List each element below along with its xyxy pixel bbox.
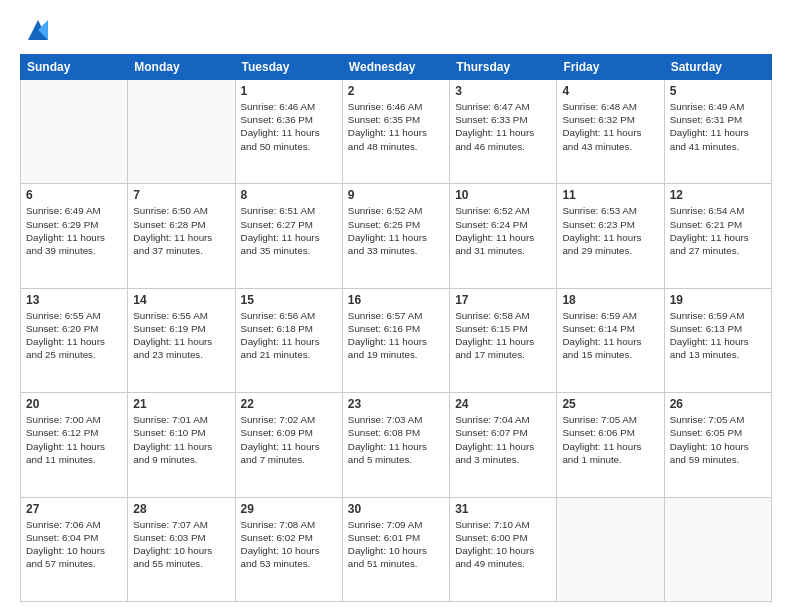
day-number: 20 (26, 397, 122, 411)
calendar-cell: 3Sunrise: 6:47 AMSunset: 6:33 PMDaylight… (450, 80, 557, 184)
day-number: 24 (455, 397, 551, 411)
day-number: 23 (348, 397, 444, 411)
day-info: Sunrise: 7:02 AMSunset: 6:09 PMDaylight:… (241, 413, 337, 466)
calendar-cell: 20Sunrise: 7:00 AMSunset: 6:12 PMDayligh… (21, 393, 128, 497)
calendar-cell: 11Sunrise: 6:53 AMSunset: 6:23 PMDayligh… (557, 184, 664, 288)
day-number: 31 (455, 502, 551, 516)
calendar-cell: 9Sunrise: 6:52 AMSunset: 6:25 PMDaylight… (342, 184, 449, 288)
calendar-cell: 16Sunrise: 6:57 AMSunset: 6:16 PMDayligh… (342, 288, 449, 392)
calendar-cell: 23Sunrise: 7:03 AMSunset: 6:08 PMDayligh… (342, 393, 449, 497)
day-info: Sunrise: 6:53 AMSunset: 6:23 PMDaylight:… (562, 204, 658, 257)
day-info: Sunrise: 6:49 AMSunset: 6:29 PMDaylight:… (26, 204, 122, 257)
day-number: 17 (455, 293, 551, 307)
day-number: 22 (241, 397, 337, 411)
day-number: 14 (133, 293, 229, 307)
day-info: Sunrise: 7:08 AMSunset: 6:02 PMDaylight:… (241, 518, 337, 571)
day-info: Sunrise: 7:10 AMSunset: 6:00 PMDaylight:… (455, 518, 551, 571)
calendar-week-row: 1Sunrise: 6:46 AMSunset: 6:36 PMDaylight… (21, 80, 772, 184)
day-info: Sunrise: 6:58 AMSunset: 6:15 PMDaylight:… (455, 309, 551, 362)
calendar-cell: 10Sunrise: 6:52 AMSunset: 6:24 PMDayligh… (450, 184, 557, 288)
day-of-week-header: Sunday (21, 55, 128, 80)
day-info: Sunrise: 6:55 AMSunset: 6:20 PMDaylight:… (26, 309, 122, 362)
day-number: 5 (670, 84, 766, 98)
calendar-header-row: SundayMondayTuesdayWednesdayThursdayFrid… (21, 55, 772, 80)
day-number: 8 (241, 188, 337, 202)
day-info: Sunrise: 7:05 AMSunset: 6:05 PMDaylight:… (670, 413, 766, 466)
day-info: Sunrise: 6:46 AMSunset: 6:36 PMDaylight:… (241, 100, 337, 153)
day-number: 12 (670, 188, 766, 202)
day-number: 1 (241, 84, 337, 98)
calendar-cell: 4Sunrise: 6:48 AMSunset: 6:32 PMDaylight… (557, 80, 664, 184)
day-of-week-header: Monday (128, 55, 235, 80)
calendar-cell: 31Sunrise: 7:10 AMSunset: 6:00 PMDayligh… (450, 497, 557, 601)
day-number: 15 (241, 293, 337, 307)
day-number: 6 (26, 188, 122, 202)
calendar-cell: 22Sunrise: 7:02 AMSunset: 6:09 PMDayligh… (235, 393, 342, 497)
day-number: 21 (133, 397, 229, 411)
day-info: Sunrise: 6:47 AMSunset: 6:33 PMDaylight:… (455, 100, 551, 153)
day-info: Sunrise: 7:00 AMSunset: 6:12 PMDaylight:… (26, 413, 122, 466)
logo (20, 16, 52, 44)
day-info: Sunrise: 6:55 AMSunset: 6:19 PMDaylight:… (133, 309, 229, 362)
day-number: 13 (26, 293, 122, 307)
day-info: Sunrise: 6:49 AMSunset: 6:31 PMDaylight:… (670, 100, 766, 153)
calendar-cell: 27Sunrise: 7:06 AMSunset: 6:04 PMDayligh… (21, 497, 128, 601)
calendar-cell: 14Sunrise: 6:55 AMSunset: 6:19 PMDayligh… (128, 288, 235, 392)
day-number: 30 (348, 502, 444, 516)
day-number: 16 (348, 293, 444, 307)
day-info: Sunrise: 7:06 AMSunset: 6:04 PMDaylight:… (26, 518, 122, 571)
day-info: Sunrise: 6:57 AMSunset: 6:16 PMDaylight:… (348, 309, 444, 362)
calendar-cell: 28Sunrise: 7:07 AMSunset: 6:03 PMDayligh… (128, 497, 235, 601)
calendar-cell: 2Sunrise: 6:46 AMSunset: 6:35 PMDaylight… (342, 80, 449, 184)
day-info: Sunrise: 6:52 AMSunset: 6:24 PMDaylight:… (455, 204, 551, 257)
day-of-week-header: Thursday (450, 55, 557, 80)
calendar-cell: 7Sunrise: 6:50 AMSunset: 6:28 PMDaylight… (128, 184, 235, 288)
calendar-cell: 29Sunrise: 7:08 AMSunset: 6:02 PMDayligh… (235, 497, 342, 601)
day-of-week-header: Saturday (664, 55, 771, 80)
day-info: Sunrise: 6:48 AMSunset: 6:32 PMDaylight:… (562, 100, 658, 153)
calendar-cell: 6Sunrise: 6:49 AMSunset: 6:29 PMDaylight… (21, 184, 128, 288)
calendar-cell: 8Sunrise: 6:51 AMSunset: 6:27 PMDaylight… (235, 184, 342, 288)
day-number: 25 (562, 397, 658, 411)
calendar-cell: 21Sunrise: 7:01 AMSunset: 6:10 PMDayligh… (128, 393, 235, 497)
day-of-week-header: Tuesday (235, 55, 342, 80)
calendar-table: SundayMondayTuesdayWednesdayThursdayFrid… (20, 54, 772, 602)
day-info: Sunrise: 6:46 AMSunset: 6:35 PMDaylight:… (348, 100, 444, 153)
header (20, 16, 772, 44)
day-number: 3 (455, 84, 551, 98)
calendar-cell: 25Sunrise: 7:05 AMSunset: 6:06 PMDayligh… (557, 393, 664, 497)
day-info: Sunrise: 6:52 AMSunset: 6:25 PMDaylight:… (348, 204, 444, 257)
day-of-week-header: Friday (557, 55, 664, 80)
day-number: 2 (348, 84, 444, 98)
calendar-cell: 12Sunrise: 6:54 AMSunset: 6:21 PMDayligh… (664, 184, 771, 288)
calendar-cell: 18Sunrise: 6:59 AMSunset: 6:14 PMDayligh… (557, 288, 664, 392)
calendar-cell: 24Sunrise: 7:04 AMSunset: 6:07 PMDayligh… (450, 393, 557, 497)
day-number: 9 (348, 188, 444, 202)
calendar-cell: 15Sunrise: 6:56 AMSunset: 6:18 PMDayligh… (235, 288, 342, 392)
calendar-cell: 5Sunrise: 6:49 AMSunset: 6:31 PMDaylight… (664, 80, 771, 184)
day-number: 27 (26, 502, 122, 516)
day-info: Sunrise: 7:04 AMSunset: 6:07 PMDaylight:… (455, 413, 551, 466)
day-number: 4 (562, 84, 658, 98)
calendar-week-row: 27Sunrise: 7:06 AMSunset: 6:04 PMDayligh… (21, 497, 772, 601)
day-of-week-header: Wednesday (342, 55, 449, 80)
logo-icon (24, 16, 52, 44)
day-number: 10 (455, 188, 551, 202)
calendar-cell (557, 497, 664, 601)
page: SundayMondayTuesdayWednesdayThursdayFrid… (0, 0, 792, 612)
calendar-cell (21, 80, 128, 184)
calendar-cell: 19Sunrise: 6:59 AMSunset: 6:13 PMDayligh… (664, 288, 771, 392)
day-info: Sunrise: 6:54 AMSunset: 6:21 PMDaylight:… (670, 204, 766, 257)
day-number: 26 (670, 397, 766, 411)
calendar-cell: 1Sunrise: 6:46 AMSunset: 6:36 PMDaylight… (235, 80, 342, 184)
day-info: Sunrise: 6:59 AMSunset: 6:13 PMDaylight:… (670, 309, 766, 362)
calendar-week-row: 6Sunrise: 6:49 AMSunset: 6:29 PMDaylight… (21, 184, 772, 288)
day-info: Sunrise: 6:59 AMSunset: 6:14 PMDaylight:… (562, 309, 658, 362)
day-number: 7 (133, 188, 229, 202)
calendar-cell: 26Sunrise: 7:05 AMSunset: 6:05 PMDayligh… (664, 393, 771, 497)
calendar-cell: 30Sunrise: 7:09 AMSunset: 6:01 PMDayligh… (342, 497, 449, 601)
day-info: Sunrise: 6:56 AMSunset: 6:18 PMDaylight:… (241, 309, 337, 362)
day-info: Sunrise: 7:07 AMSunset: 6:03 PMDaylight:… (133, 518, 229, 571)
day-number: 19 (670, 293, 766, 307)
calendar-cell (664, 497, 771, 601)
